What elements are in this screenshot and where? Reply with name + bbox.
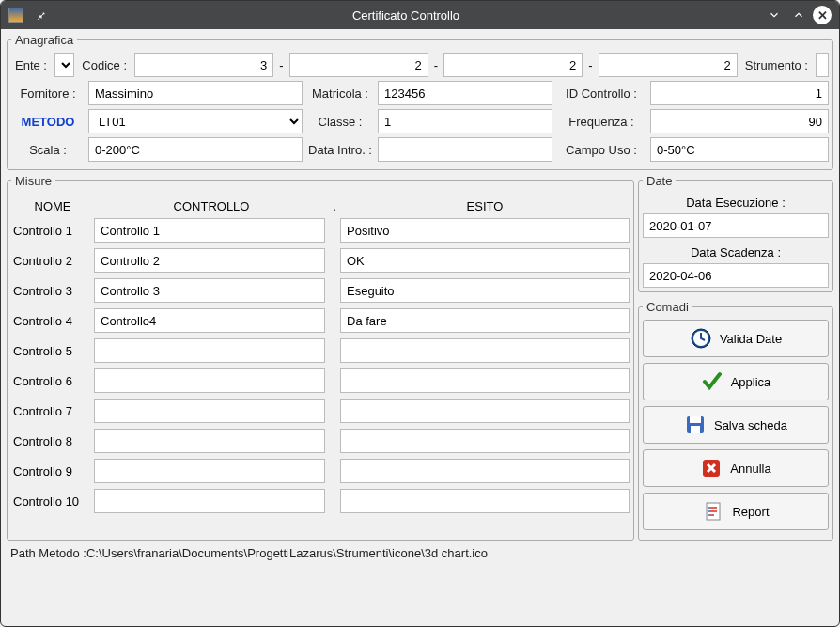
esecuzione-label: Data Esecuzione :	[643, 194, 829, 213]
frequenza-input[interactable]	[650, 109, 829, 133]
controllo-input[interactable]	[94, 429, 325, 453]
controllo-input[interactable]	[94, 248, 325, 273]
app-icon	[8, 8, 23, 23]
annulla-button[interactable]: Annulla	[643, 449, 829, 487]
codice-1[interactable]	[134, 53, 273, 77]
strumento-input[interactable]	[816, 53, 829, 77]
applica-button[interactable]: Applica	[643, 363, 829, 400]
comandi-legend: Comadi	[643, 300, 692, 314]
pin-icon[interactable]	[31, 5, 52, 25]
esito-input[interactable]	[340, 459, 630, 483]
esito-input[interactable]	[340, 218, 630, 243]
campouso-label: Campo Uso :	[556, 137, 646, 162]
table-row: Controllo 3	[11, 278, 630, 303]
titlebar[interactable]: Certificato Controllo ✕	[1, 1, 839, 29]
salva-button[interactable]: Salva scheda	[643, 406, 829, 444]
window-title: Certificato Controllo	[52, 8, 760, 23]
maximize-icon[interactable]	[788, 5, 809, 25]
metodo-label[interactable]: METODO	[11, 109, 85, 133]
table-row: Controllo 6	[11, 368, 630, 393]
col-esito: ESITO	[340, 199, 630, 213]
row-name: Controllo 2	[11, 254, 90, 268]
svg-rect-3	[690, 416, 701, 423]
comandi-fieldset: Comadi Valida Date Applica Salva scheda	[638, 300, 833, 541]
codice-label: Codice :	[78, 53, 131, 77]
report-button[interactable]: Report	[643, 493, 829, 530]
matricola-label: Matricola :	[306, 81, 374, 105]
dataintro-input[interactable]	[378, 137, 552, 162]
misure-fieldset: Misure NOME CONTROLLO . ESITO Controllo …	[7, 174, 634, 541]
row-name: Controllo 6	[11, 374, 90, 388]
controllo-input[interactable]	[94, 489, 325, 513]
row-name: Controllo 4	[11, 314, 90, 328]
ente-label: Ente :	[11, 53, 51, 77]
frequenza-label: Frequenza :	[556, 109, 646, 133]
table-row: Controllo 9	[11, 459, 630, 483]
save-icon	[684, 414, 707, 436]
table-row: Controllo 7	[11, 399, 630, 423]
codice-2[interactable]	[289, 53, 428, 77]
anagrafica-legend: Anagrafica	[11, 33, 77, 47]
fornitore-input[interactable]	[88, 81, 303, 105]
ente-select[interactable]: Stabilimento 2	[54, 53, 74, 77]
controllo-input[interactable]	[94, 368, 325, 393]
controllo-input[interactable]	[94, 308, 325, 333]
controllo-input[interactable]	[94, 218, 325, 243]
row-name: Controllo 5	[11, 344, 90, 358]
misure-legend: Misure	[11, 174, 55, 188]
table-row: Controllo 10	[11, 489, 630, 513]
metodo-select[interactable]: LT01	[88, 109, 303, 133]
esito-input[interactable]	[340, 489, 630, 513]
scala-label: Scala :	[11, 137, 85, 162]
close-icon[interactable]: ✕	[813, 6, 832, 24]
table-row: Controllo 4	[11, 308, 630, 333]
scadenza-label: Data Scadenza :	[643, 243, 829, 263]
row-name: Controllo 3	[11, 284, 90, 298]
table-row: Controllo 8	[11, 429, 630, 453]
controllo-input[interactable]	[94, 459, 325, 483]
valida-date-button[interactable]: Valida Date	[643, 320, 829, 357]
esito-input[interactable]	[340, 308, 630, 333]
scala-input[interactable]	[88, 137, 303, 162]
esito-input[interactable]	[340, 278, 630, 303]
cancel-icon	[700, 457, 723, 479]
classe-label: Classe :	[306, 109, 374, 133]
date-legend: Date	[643, 174, 676, 188]
clock-icon	[690, 327, 712, 350]
campouso-input[interactable]	[650, 137, 829, 162]
svg-point-7	[708, 507, 709, 509]
idcontrollo-input[interactable]	[650, 81, 829, 105]
row-name: Controllo 7	[11, 404, 90, 418]
svg-rect-4	[691, 426, 700, 433]
anagrafica-fieldset: Anagrafica Ente : Stabilimento 2 Codice …	[7, 33, 833, 170]
date-fieldset: Date Data Esecuzione : Data Scadenza :	[638, 174, 833, 292]
classe-input[interactable]	[378, 109, 552, 133]
idcontrollo-label: ID Controllo :	[556, 81, 646, 105]
scadenza-input[interactable]	[643, 263, 829, 288]
row-name: Controllo 1	[11, 224, 90, 238]
col-nome: NOME	[11, 199, 94, 213]
table-row: Controllo 1	[11, 218, 630, 243]
esito-input[interactable]	[340, 338, 630, 363]
check-icon	[701, 370, 723, 393]
codice-4[interactable]	[599, 53, 738, 77]
matricola-input[interactable]	[378, 81, 552, 105]
controllo-input[interactable]	[94, 278, 325, 303]
strumento-label: Strumento :	[741, 53, 812, 77]
minimize-icon[interactable]	[764, 5, 785, 25]
table-row: Controllo 5	[11, 338, 630, 363]
col-dot: .	[329, 199, 340, 213]
esito-input[interactable]	[340, 368, 630, 393]
col-controllo: CONTROLLO	[94, 199, 329, 213]
controllo-input[interactable]	[94, 399, 325, 423]
controllo-input[interactable]	[94, 338, 325, 363]
fornitore-label: Fornitore :	[11, 81, 85, 105]
window: Certificato Controllo ✕ Anagrafica Ente …	[0, 0, 840, 627]
esecuzione-input[interactable]	[643, 213, 829, 238]
esito-input[interactable]	[340, 248, 630, 273]
esito-input[interactable]	[340, 429, 630, 453]
svg-point-9	[708, 514, 709, 516]
esito-input[interactable]	[340, 399, 630, 423]
report-icon	[702, 500, 724, 523]
codice-3[interactable]	[443, 53, 583, 77]
